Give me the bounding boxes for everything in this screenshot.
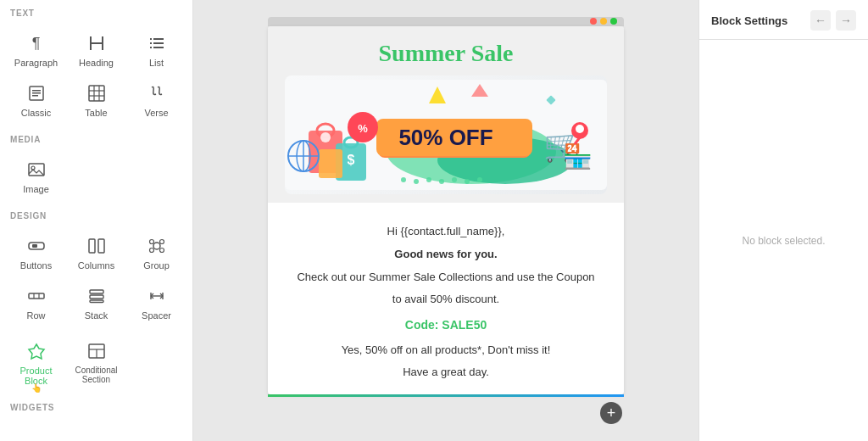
sidebar-item-product-block[interactable]: Product Block 👆 [7, 332, 65, 391]
email-title: Summer Sale [285, 40, 607, 67]
svg-point-25 [149, 240, 153, 244]
spacer-label: Spacer [142, 310, 171, 321]
sidebar-item-list[interactable]: List [127, 25, 186, 73]
sidebar-item-row[interactable]: Row [7, 277, 65, 326]
verse-icon [145, 81, 169, 105]
section-label-widgets: WIDGETS [0, 394, 192, 416]
email-code: Code: SALE50 [293, 315, 598, 334]
svg-text:50% OFF: 50% OFF [398, 125, 492, 150]
svg-point-70 [452, 177, 457, 182]
columns-label: Columns [78, 260, 114, 271]
svg-marker-36 [29, 344, 44, 359]
email-line3: to avail 50% discount. [293, 291, 598, 309]
sidebar-item-conditional-section[interactable]: Conditional Section [67, 332, 125, 391]
svg-rect-10 [32, 90, 41, 92]
table-icon [85, 81, 108, 105]
add-block-row: + [268, 402, 624, 424]
buttons-label: Buttons [20, 260, 52, 271]
svg-text:$: $ [348, 153, 355, 167]
svg-rect-4 [153, 38, 164, 40]
extra-section-grid: Product Block 👆 Conditional Section [0, 329, 192, 394]
section-label-design: DESIGN [0, 203, 192, 224]
left-sidebar: TEXT ¶ Paragraph Heading List Classic [0, 0, 193, 441]
svg-rect-12 [32, 95, 38, 97]
svg-rect-52 [319, 149, 342, 178]
svg-point-48 [320, 132, 331, 142]
image-icon [25, 158, 48, 181]
image-label: Image [23, 184, 49, 194]
main-canvas: Summer Sale 50% OFF [193, 0, 698, 441]
svg-rect-11 [32, 92, 41, 94]
svg-point-66 [401, 177, 406, 182]
sidebar-item-verse[interactable]: Verse [127, 75, 186, 123]
panel-nav-buttons: ← → [810, 10, 856, 31]
email-line1: Good news for you. [293, 246, 598, 264]
heading-label: Heading [79, 58, 114, 68]
right-panel-header: Block Settings ← → [699, 0, 868, 40]
svg-rect-29 [29, 293, 44, 299]
sidebar-item-paragraph[interactable]: ¶ Paragraph [7, 25, 65, 73]
svg-rect-33 [90, 295, 103, 299]
svg-point-28 [159, 248, 164, 253]
svg-point-71 [465, 179, 470, 184]
table-label: Table [85, 108, 107, 118]
sidebar-item-image[interactable]: Image [7, 151, 65, 199]
right-panel: Block Settings ← → No block selected. [698, 0, 868, 441]
panel-forward-button[interactable]: → [836, 10, 856, 31]
svg-text:%: % [358, 122, 368, 135]
product-block-icon [25, 339, 48, 363]
paragraph-icon: ¶ [25, 31, 48, 55]
email-container: Summer Sale 50% OFF [268, 26, 624, 394]
sidebar-item-columns[interactable]: Columns [67, 227, 125, 276]
conditional-section-label: Conditional Section [70, 366, 122, 384]
row-icon [25, 284, 48, 308]
svg-rect-8 [153, 47, 164, 48]
svg-point-69 [439, 179, 444, 184]
verse-label: Verse [144, 108, 168, 118]
right-panel-title: Block Settings [711, 14, 787, 27]
svg-point-26 [159, 240, 164, 244]
group-label: Group [143, 260, 170, 271]
add-block-button[interactable]: + [600, 402, 622, 424]
sidebar-item-buttons[interactable]: Buttons [7, 227, 65, 276]
classic-icon [25, 81, 48, 105]
email-line4: Yes, 50% off on all products*, Don't mis… [293, 342, 598, 360]
svg-rect-32 [90, 290, 103, 293]
section-label-media: MEDIA [0, 126, 192, 148]
sidebar-item-group[interactable]: Group [127, 227, 186, 276]
svg-rect-23 [98, 239, 104, 253]
sidebar-item-heading[interactable]: Heading [67, 25, 125, 73]
sidebar-item-spacer[interactable]: Spacer [127, 277, 186, 326]
panel-no-selection-text: No block selected. [699, 40, 868, 441]
media-section-grid: Image [0, 148, 192, 203]
row-label: Row [26, 310, 45, 321]
panel-back-button[interactable]: ← [810, 10, 831, 31]
banner-image: 50% OFF $ % 🛒 🏪 [285, 75, 607, 194]
sidebar-item-table[interactable]: Table [67, 75, 125, 123]
svg-rect-6 [153, 42, 164, 44]
heading-icon [85, 31, 108, 55]
svg-rect-22 [89, 239, 95, 253]
sidebar-item-classic[interactable]: Classic [7, 75, 65, 123]
email-greeting: Hi {{contact.full_name}}, [293, 223, 598, 241]
group-icon [145, 234, 169, 258]
svg-rect-7 [150, 47, 152, 48]
text-section-grid: ¶ Paragraph Heading List Classic Table [0, 21, 192, 126]
email-line5: Have a great day. [293, 364, 598, 382]
section-label-text: TEXT [0, 0, 192, 21]
buttons-icon [25, 234, 48, 258]
conditional-section-icon [85, 339, 108, 363]
stack-label: Stack [85, 310, 108, 321]
svg-point-72 [477, 177, 482, 182]
svg-rect-21 [32, 244, 37, 248]
sidebar-item-stack[interactable]: Stack [67, 277, 125, 326]
svg-text:🏪: 🏪 [563, 142, 593, 170]
svg-rect-2 [102, 36, 103, 50]
stack-icon [85, 284, 108, 308]
spacer-icon [145, 284, 169, 308]
email-line2: Check out our Summer Sale Collections an… [293, 269, 598, 287]
email-body: Hi {{contact.full_name}}, Good news for … [268, 203, 624, 394]
svg-point-24 [153, 243, 160, 249]
classic-label: Classic [21, 108, 51, 118]
email-header-banner: Summer Sale 50% OFF [268, 26, 624, 203]
